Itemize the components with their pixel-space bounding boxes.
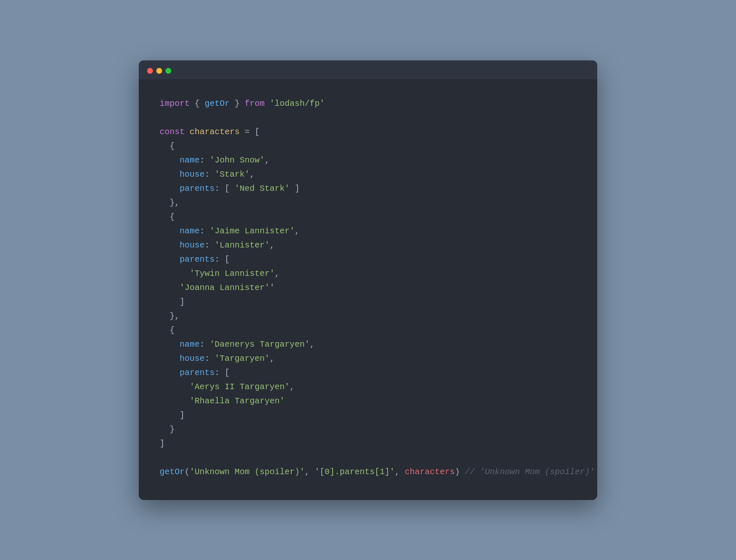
maximize-button[interactable] [165,68,171,74]
code-editor: import { getOr } from 'lodash/fp' const … [139,80,597,500]
obj1-parents: parents: [ 'Ned Stark' ] [160,182,576,196]
obj2-close: }, [160,309,576,323]
obj2-open: { [160,210,576,224]
obj1-name: name: 'John Snow', [160,153,576,168]
minimize-button[interactable] [156,68,162,74]
obj3-close: } [160,422,576,437]
obj3-open: { [160,323,576,338]
obj2-name: name: 'Jaime Lannister', [160,224,576,238]
import-line: import { getOr } from 'lodash/fp' [160,97,576,111]
obj3-parent1: 'Aerys II Targaryen', [160,380,576,394]
result-line: getOr('Unknown Mom (spoiler)', '[0].pare… [160,467,595,477]
obj1-open: { [160,139,576,153]
obj3-parents-open: parents: [ [160,366,576,380]
array-close: ] [160,437,576,451]
obj3-name: name: 'Daenerys Targaryen', [160,338,576,352]
obj2-parent2: 'Joanna Lannister'' [160,281,576,295]
obj3-house: house: 'Targaryen', [160,352,576,366]
obj3-parent2: 'Rhaella Targaryen' [160,394,576,408]
obj1-close: }, [160,196,576,210]
code-window: import { getOr } from 'lodash/fp' const … [139,60,597,500]
obj2-parents-close: ] [160,295,576,309]
const-line: const characters = [ [160,125,576,139]
obj2-house: house: 'Lannister', [160,238,576,252]
close-button[interactable] [147,68,153,74]
titlebar [139,60,597,80]
obj2-parent1: 'Tywin Lannister', [160,267,576,281]
obj3-parents-close: ] [160,408,576,422]
obj2-parents-open: parents: [ [160,252,576,267]
obj1-house: house: 'Stark', [160,168,576,182]
